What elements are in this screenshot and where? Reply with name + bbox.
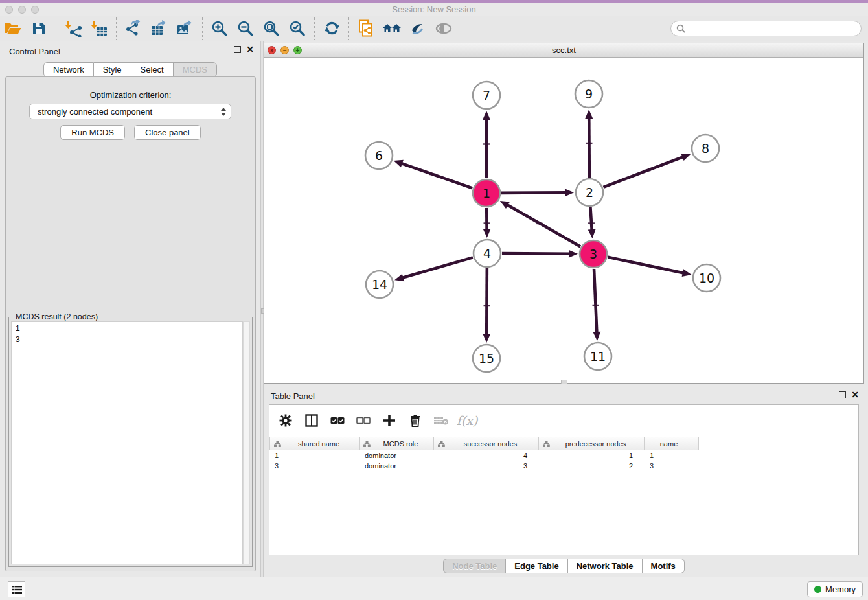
tab-select[interactable]: Select	[131, 62, 174, 77]
cell-shared-name[interactable]: 1	[269, 450, 360, 461]
tab-mcds[interactable]: MCDS	[174, 62, 217, 77]
table-row-2[interactable]: 3dominator323	[269, 461, 858, 471]
node-label-15: 15	[479, 351, 494, 365]
import-network-icon[interactable]	[60, 17, 86, 40]
network-graph[interactable]: 7968124314101511	[264, 58, 863, 383]
zoom-fit-icon[interactable]	[258, 17, 284, 40]
tab-network[interactable]: Network	[43, 62, 94, 77]
edge-2-8[interactable]	[604, 156, 685, 187]
table-header-row: shared nameMCDS rolesuccessor nodesprede…	[269, 437, 699, 450]
result-scrollbar[interactable]	[243, 321, 250, 564]
memory-status-icon	[814, 586, 821, 593]
memory-button[interactable]: Memory	[807, 581, 863, 597]
node-label-10: 10	[699, 271, 714, 285]
edge-4-3[interactable]	[502, 253, 571, 254]
column-header-name[interactable]: name	[645, 437, 699, 450]
arrowhead-3-11	[593, 332, 600, 341]
edge-label-mark	[588, 222, 595, 224]
float-panel-icon[interactable]	[234, 46, 241, 53]
toolbar-separator	[116, 17, 117, 40]
column-header-shared-name[interactable]: shared name	[269, 437, 360, 450]
cell-name[interactable]: 1	[645, 450, 699, 461]
task-history-button[interactable]	[8, 581, 25, 597]
horizontal-splitter-grip[interactable]	[561, 380, 567, 384]
tab-motifs[interactable]: Motifs	[643, 559, 685, 573]
save-session-icon[interactable]	[26, 17, 52, 40]
edge-3-1[interactable]	[506, 204, 580, 247]
zoom-in-icon[interactable]	[207, 17, 233, 40]
edge-label-mark	[647, 265, 654, 266]
edge-2-9[interactable]	[589, 116, 589, 178]
column-layout-icon[interactable]	[303, 412, 320, 429]
arrowhead-1-4	[483, 229, 491, 238]
tab-style[interactable]: Style	[94, 62, 131, 77]
search-box[interactable]	[670, 21, 862, 36]
cell-predecessor-nodes[interactable]: 2	[539, 461, 645, 471]
control-panel: Control Panel ✕ NetworkStyleSelectMCDS O…	[0, 41, 260, 577]
open-session-icon[interactable]	[0, 17, 26, 40]
column-header-MCDS-role[interactable]: MCDS role	[360, 437, 434, 450]
edge-label-mark	[484, 305, 490, 306]
home-icon[interactable]	[379, 17, 405, 40]
gear-icon[interactable]	[277, 412, 294, 429]
edge-4-14[interactable]	[401, 257, 473, 278]
cell-MCDS-role[interactable]: dominator	[360, 461, 434, 471]
tab-edge-table[interactable]: Edge Table	[506, 559, 567, 573]
add-column-icon[interactable]	[381, 412, 398, 429]
control-panel-title: Control Panel	[9, 47, 60, 56]
cell-MCDS-role[interactable]: dominator	[360, 450, 434, 461]
edge-3-10[interactable]	[608, 257, 685, 273]
refresh-icon[interactable]	[319, 17, 345, 40]
float-table-panel-icon[interactable]	[839, 391, 846, 398]
node-label-3: 3	[589, 247, 597, 261]
tab-network-table[interactable]: Network Table	[568, 559, 643, 573]
mcds-result-list[interactable]: 1 3	[11, 321, 243, 564]
column-header-successor-nodes[interactable]: successor nodes	[434, 437, 539, 450]
graphics-details-icon[interactable]	[405, 17, 431, 40]
export-network-icon[interactable]	[120, 17, 146, 40]
column-header-label: MCDS role	[373, 440, 433, 448]
cell-shared-name[interactable]: 3	[269, 461, 360, 471]
column-header-predecessor-nodes[interactable]: predecessor nodes	[539, 437, 645, 450]
clone-network-icon[interactable]	[353, 17, 379, 40]
cell-name[interactable]: 3	[645, 461, 699, 471]
toolbar-separator	[314, 17, 315, 40]
export-table-icon[interactable]	[146, 17, 172, 40]
deselect-all-columns-icon[interactable]	[355, 412, 372, 429]
node-label-8: 8	[702, 141, 709, 156]
zoom-selected-icon[interactable]	[284, 17, 310, 40]
column-header-label: shared name	[284, 440, 359, 448]
network-canvas[interactable]: 7968124314101511	[264, 58, 863, 383]
arrowhead-1-7	[483, 111, 490, 120]
delete-column-icon[interactable]	[407, 412, 424, 429]
table-row-1[interactable]: 1dominator411	[269, 450, 858, 461]
edge-label-mark	[430, 268, 437, 270]
network-view-window: x – + scc.txt 7968124314101511	[264, 43, 864, 384]
network-window-titlebar[interactable]: x – + scc.txt	[264, 43, 863, 58]
edge-1-6[interactable]	[400, 163, 472, 188]
edge-1-2[interactable]	[501, 192, 567, 193]
node-label-6: 6	[375, 148, 383, 163]
close-panel-icon[interactable]: ✕	[246, 46, 254, 53]
import-table-icon[interactable]	[86, 17, 112, 40]
node-label-9: 9	[585, 87, 593, 101]
cell-successor-nodes[interactable]: 4	[434, 450, 539, 461]
select-all-columns-icon[interactable]	[329, 412, 346, 429]
search-input[interactable]	[689, 22, 861, 35]
delete-table-icon-disabled	[433, 412, 450, 429]
toolbar-separator	[56, 17, 56, 40]
close-table-panel-icon[interactable]: ✕	[851, 391, 859, 398]
optimization-criterion-select[interactable]: strongly connected component	[29, 104, 231, 119]
close-panel-button[interactable]: Close panel	[134, 125, 201, 140]
edge-2-3[interactable]	[590, 207, 591, 232]
table-content: f(x) shared nameMCDS rolesuccessor nodes…	[269, 404, 859, 555]
edge-3-11[interactable]	[594, 269, 597, 334]
cell-predecessor-nodes[interactable]: 1	[539, 450, 645, 461]
cell-successor-nodes[interactable]: 3	[434, 461, 539, 471]
tab-node-table[interactable]: Node Table	[443, 559, 506, 573]
edge-4-15[interactable]	[486, 268, 487, 336]
run-mcds-button[interactable]: Run MCDS	[60, 125, 125, 140]
zoom-out-icon[interactable]	[233, 17, 258, 40]
export-image-icon[interactable]	[172, 17, 198, 40]
titlebar: Session: New Session	[0, 3, 868, 16]
